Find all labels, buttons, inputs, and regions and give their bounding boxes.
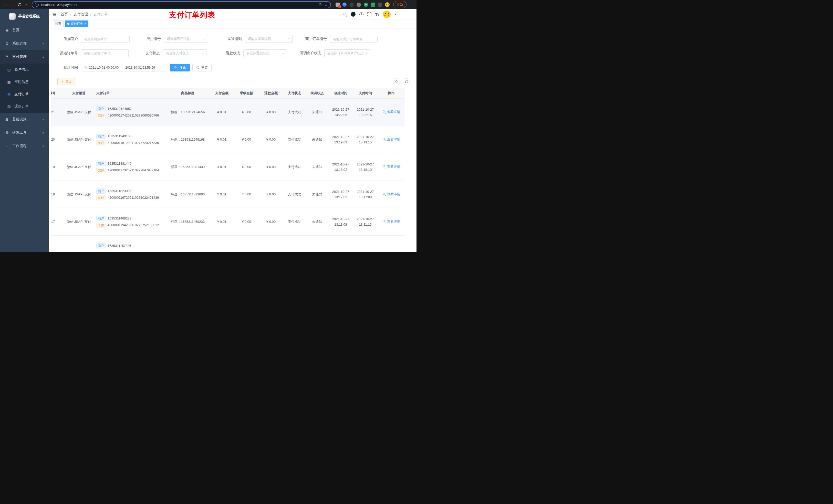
notify-status-select[interactable]: 请选择订单回调商户状态 — [324, 49, 370, 57]
yen-icon: ￥ — [5, 54, 9, 59]
merchant-order-no-input[interactable] — [330, 35, 378, 43]
sidebar-item-infrastructure[interactable]: ⊞ 基础设施 ∨ — [0, 113, 49, 126]
download-icon — [61, 80, 64, 83]
filter-label: 创建时间 — [51, 65, 81, 70]
view-detail-link[interactable]: 查看详情 — [382, 219, 400, 224]
search-icon[interactable] — [343, 13, 347, 16]
product-title: 标题：1635311823086 — [166, 181, 210, 208]
refund-status-select[interactable]: 请选择退款状态 — [243, 49, 287, 57]
product-title: 标题：1635311468233 — [166, 208, 210, 235]
merchant-order-no: 1635311468233 — [108, 216, 132, 220]
share-icon[interactable] — [318, 3, 322, 6]
profile-avatar-icon[interactable] — [385, 2, 389, 7]
tab-pay-order[interactable]: 支付订单 × — [65, 21, 88, 27]
sidebar-item-payment[interactable]: ￥ 支付管理 ∧ — [0, 50, 49, 64]
olive-extension-icon[interactable] — [357, 3, 361, 7]
tab-home[interactable]: 首页 — [53, 21, 64, 27]
order-row: 120 微信 JSAPI 支付 商户 1635311949168 支付 4200… — [51, 126, 405, 153]
magnifier-icon — [382, 138, 386, 141]
avatar-dropdown-icon[interactable] — [395, 14, 397, 15]
view-detail-link[interactable]: 查看详情 — [382, 164, 400, 169]
fee-amount: ¥ 0.00 — [234, 126, 259, 153]
breadcrumb-payment[interactable]: 支付管理 — [73, 12, 88, 17]
product-title — [166, 235, 210, 252]
sidebar-toggle-icon[interactable] — [52, 12, 56, 17]
sidebar-item-app-info[interactable]: ▦ 应用信息 — [0, 76, 49, 88]
filter-channel-code: 渠道编码 请输入渠道编码 — [214, 35, 292, 43]
dark-extension-icon[interactable] — [349, 3, 354, 7]
close-icon[interactable]: × — [84, 22, 86, 25]
grid-icon: ▦ — [7, 80, 11, 84]
col-fee: 手续金额 — [234, 88, 259, 98]
refresh-icon — [196, 66, 199, 69]
logo-image — [9, 13, 16, 20]
date-range-picker[interactable]: 2021-10-01 00:00:00 - 2021-10-31 23:59:5… — [81, 64, 166, 71]
refund-amount: ¥ 0.00 — [259, 126, 283, 153]
col-notify: 回调状态 — [306, 88, 328, 98]
chevron-down-icon — [288, 38, 290, 40]
pay-tag: 支付 — [96, 168, 105, 173]
orders-tbody: 121 微信 JSAPI 支付 商户 1635312124657 支付 4200… — [51, 98, 405, 252]
refund-amount: ¥ 0.00 — [259, 98, 283, 126]
pinned-extension-icon[interactable]: 10 — [336, 3, 340, 7]
address-bar[interactable]: i localhost:1024/pay/order ☆ — [32, 1, 331, 8]
forward-button[interactable]: → — [9, 1, 16, 8]
search-button[interactable]: 搜索 — [170, 64, 190, 71]
monitor-icon: ⊞ — [5, 117, 9, 121]
filter-pay-status: 支付状态 请选择支付状态 — [135, 49, 207, 57]
site-info-icon[interactable]: i — [35, 3, 39, 7]
navbar-actions: ? TT — [343, 10, 412, 18]
drop-extension-icon[interactable] — [342, 3, 347, 7]
sidebar-menu: ◉ 首页 ⚙ 系统管理 ∨ ￥ 支付管理 ∧ ▤ 商户信息 — [0, 24, 49, 153]
green-v-extension-icon[interactable]: V — [364, 3, 368, 7]
document-icon: ▨ — [7, 104, 11, 109]
filter-merchant-order-no: 商户订单编号 — [299, 35, 378, 43]
channel-order-no-input[interactable] — [81, 49, 128, 57]
sidebar-item-workflow[interactable]: ⊟ 工作流程 ∨ — [0, 139, 49, 153]
sidebar-item-pay-order[interactable]: ◎ 支付订单 — [0, 88, 49, 100]
fullscreen-icon[interactable] — [367, 12, 372, 16]
home-button[interactable]: ⌂ — [23, 1, 29, 8]
actions-cell: 查看详情 — [378, 98, 405, 126]
user-avatar[interactable] — [383, 10, 390, 18]
github-icon[interactable] — [351, 12, 356, 17]
chrome-update-button[interactable]: 更新 — [393, 1, 406, 8]
pay-order-cell: 商户 1635311881440 支付 42000011732021102728… — [94, 153, 166, 181]
bookmark-star-icon[interactable]: ☆ — [325, 2, 328, 7]
toggle-search-button[interactable] — [393, 78, 400, 85]
export-button[interactable]: 导出 — [57, 78, 75, 85]
view-detail-link[interactable]: 查看详情 — [382, 137, 400, 142]
font-size-icon[interactable]: TT — [375, 12, 379, 17]
url-text[interactable]: localhost:1024/pay/order — [41, 3, 318, 7]
view-detail-link[interactable]: 查看详情 — [382, 110, 400, 114]
pay-status-select[interactable]: 请选择支付状态 — [163, 49, 207, 57]
puzzle-extension-icon[interactable] — [378, 3, 382, 7]
channel-code-select[interactable]: 请输入渠道编码 — [245, 35, 292, 43]
refresh-table-button[interactable] — [403, 78, 410, 85]
sidebar-item-dev-tools[interactable]: ⚒ 研发工具 ∨ — [0, 126, 49, 139]
reload-button[interactable] — [16, 1, 23, 8]
pay-order-cell: 商户 1635312124657 支付 42000011742021102780… — [94, 98, 166, 126]
help-icon[interactable]: ? — [359, 12, 363, 16]
filter-notify-status: 回调商户状态 请选择订单回调商户状态 — [293, 49, 370, 57]
back-button[interactable]: ← — [3, 1, 9, 8]
sidebar-item-refund-order[interactable]: ▨ 退款订单 — [0, 100, 49, 113]
filter-label: 渠道订单号 — [51, 51, 81, 55]
view-detail-link[interactable]: 查看详情 — [382, 192, 400, 196]
sidebar-item-system[interactable]: ⚙ 系统管理 ∨ — [0, 37, 49, 50]
refresh-icon — [405, 80, 408, 83]
browser-toolbar: ← → ⌂ i localhost:1024/pay/order ☆ 10 V … — [0, 0, 416, 9]
sidebar-item-home[interactable]: ◉ 首页 — [0, 24, 49, 37]
col-pay-order: 支付订单 — [94, 88, 166, 98]
merchant-input[interactable] — [81, 35, 129, 43]
filter-refund-status: 退款状态 请选择退款状态 — [213, 49, 287, 57]
col-channel: 支付渠道 — [64, 88, 94, 98]
breadcrumb-home[interactable]: 首页 — [61, 12, 68, 17]
pay-channel: 微信 JSAPI 支付 — [64, 98, 94, 126]
app-select[interactable]: 请选择应用信息 — [164, 35, 208, 43]
reset-button[interactable]: 重置 — [192, 64, 212, 71]
browser-menu-icon[interactable]: ⋮ — [408, 2, 414, 7]
chat-extension-icon[interactable] — [371, 3, 375, 7]
create-time-cell: 2021-10-27 13:18:02 — [328, 153, 353, 181]
sidebar-item-merchant-info[interactable]: ▤ 商户信息 — [0, 64, 49, 76]
